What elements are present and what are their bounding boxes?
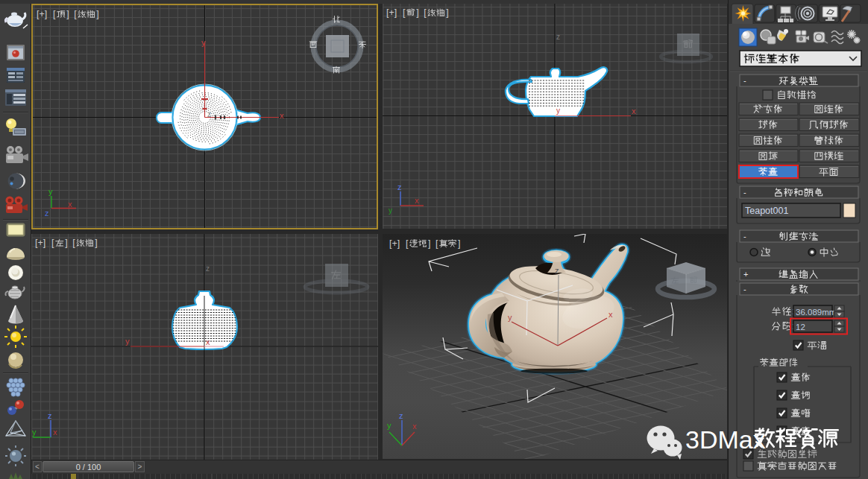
svg-text:[: [	[72, 238, 75, 248]
svg-text:y: y	[508, 313, 512, 322]
svg-text:[: [	[435, 238, 438, 249]
svg-text:z: z	[399, 411, 403, 420]
svg-text:]: ]	[65, 238, 67, 248]
svg-text:[: [	[53, 9, 56, 19]
svg-text:y: y	[201, 38, 206, 47]
svg-text:x: x	[632, 107, 636, 115]
svg-text:-: -	[743, 232, 746, 241]
svg-text:x: x	[68, 200, 72, 209]
svg-text:-: -	[743, 76, 746, 85]
svg-text:+: +	[743, 270, 748, 279]
svg-text:[+]: [+]	[389, 238, 400, 249]
svg-text:[: [	[74, 9, 77, 19]
svg-text:y: y	[48, 187, 53, 196]
svg-text:[+]: [+]	[37, 9, 47, 19]
svg-text:x: x	[608, 310, 613, 319]
svg-text:z: z	[206, 264, 210, 273]
svg-text:]: ]	[96, 9, 98, 19]
svg-text:12: 12	[796, 323, 805, 332]
svg-text:y: y	[387, 421, 391, 430]
svg-text:y: y	[32, 428, 37, 437]
svg-text:[+]: [+]	[35, 238, 45, 248]
svg-text:z: z	[555, 266, 559, 275]
svg-text:x: x	[415, 196, 419, 205]
svg-text:z: z	[45, 209, 49, 218]
svg-text:]: ]	[428, 238, 430, 249]
svg-text:[: [	[424, 7, 427, 18]
svg-text:-: -	[743, 285, 746, 294]
svg-text:z: z	[556, 33, 560, 41]
svg-text:z: z	[207, 110, 211, 118]
svg-text:-: -	[743, 188, 746, 197]
svg-text:[: [	[403, 7, 406, 18]
svg-text:]: ]	[416, 7, 418, 18]
svg-text:z: z	[397, 183, 402, 191]
svg-text:36.089mm: 36.089mm	[796, 308, 836, 317]
svg-text:y: y	[556, 107, 560, 115]
svg-text:y: y	[125, 337, 130, 346]
svg-text:[: [	[406, 238, 409, 249]
svg-text:[: [	[51, 238, 54, 248]
svg-text:[+]: [+]	[386, 7, 397, 18]
svg-text:x: x	[53, 428, 57, 437]
svg-text:Teapot001: Teapot001	[745, 206, 788, 216]
svg-text:x: x	[412, 422, 417, 431]
svg-text:x: x	[280, 111, 284, 120]
svg-text:x: x	[206, 337, 210, 346]
svg-text:z: z	[48, 411, 52, 420]
svg-text:]: ]	[95, 238, 97, 248]
svg-text:]: ]	[66, 9, 69, 19]
svg-text:]: ]	[446, 7, 448, 18]
svg-text:3DMax: 3DMax	[685, 425, 766, 454]
svg-text:y: y	[389, 206, 392, 215]
svg-text:]: ]	[458, 238, 460, 249]
